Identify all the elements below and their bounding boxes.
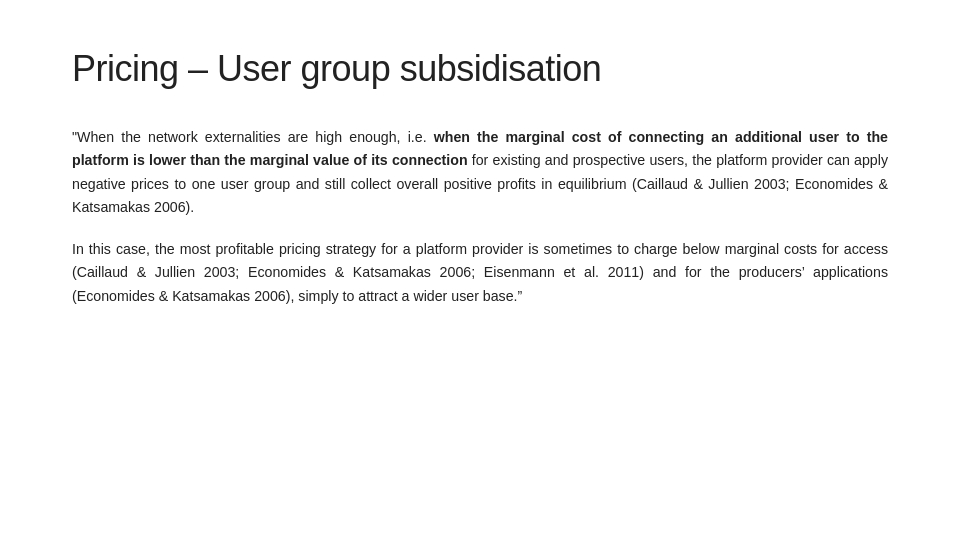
slide-content: "When the network externalities are high… (72, 126, 888, 308)
paragraph-2: In this case, the most profitable pricin… (72, 238, 888, 308)
slide: Pricing – User group subsidisation "When… (0, 0, 960, 540)
paragraph-1: "When the network externalities are high… (72, 126, 888, 220)
paragraph-1-text-normal-1: "When the network externalities are high… (72, 129, 427, 145)
slide-title: Pricing – User group subsidisation (72, 48, 888, 90)
